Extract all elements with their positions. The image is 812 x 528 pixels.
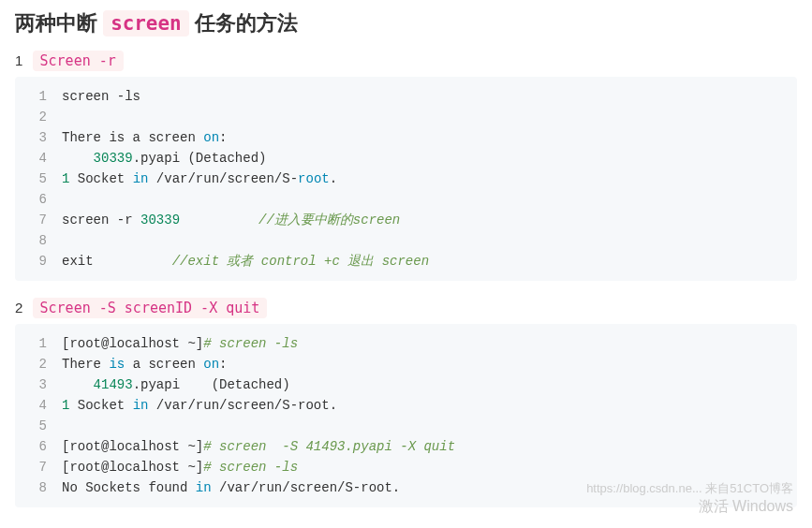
- code2-line5: [62, 416, 797, 436]
- title-code: screen: [103, 10, 188, 37]
- code1-line9: exit //exit 或者 control +c 退出 screen: [62, 251, 797, 271]
- title-part2: 任务的方法: [195, 11, 298, 35]
- code2-line8: No Sockets found in /var/run/screen/S-ro…: [62, 477, 797, 498]
- code1-line8: [62, 230, 797, 251]
- code-block-1: 1screen -ls 2 3There is a screen on: 4 3…: [15, 77, 797, 281]
- step-1-code: Screen -r: [33, 51, 124, 71]
- step-2-num: 2: [15, 300, 22, 315]
- code2-line3: 41493.pyapi (Detached): [62, 374, 797, 395]
- code1-line4: 30339.pyapi (Detached): [62, 148, 797, 169]
- code2-line6: [root@localhost ~]# screen -S 41493.pyap…: [62, 436, 797, 457]
- step-1-num: 1: [15, 52, 22, 68]
- code1-line2: [62, 107, 797, 127]
- code1-line3: There is a screen on:: [62, 127, 797, 148]
- code2-line1: [root@localhost ~]# screen -ls: [62, 333, 797, 354]
- code2-line2: There is a screen on:: [62, 354, 797, 374]
- title-part1: 两种中断: [15, 11, 97, 35]
- code1-line5: 1 Socket in /var/run/screen/S-root.: [62, 169, 797, 189]
- code2-line4: 1 Socket in /var/run/screen/S-root.: [62, 395, 797, 416]
- code-block-2: 1[root@localhost ~]# screen -ls 2There i…: [15, 324, 797, 507]
- step-2: 2 Screen -S screenID -X quit: [15, 300, 797, 316]
- step-1: 1 Screen -r: [15, 52, 797, 69]
- code1-line6: [62, 189, 797, 210]
- code1-line7: screen -r 30339 //进入要中断的screen: [62, 210, 797, 230]
- page-title: 两种中断 screen 任务的方法: [15, 9, 797, 37]
- step-2-code: Screen -S screenID -X quit: [33, 298, 268, 318]
- code1-line1: screen -ls: [62, 86, 797, 107]
- code2-line7: [root@localhost ~]# screen -ls: [62, 457, 797, 477]
